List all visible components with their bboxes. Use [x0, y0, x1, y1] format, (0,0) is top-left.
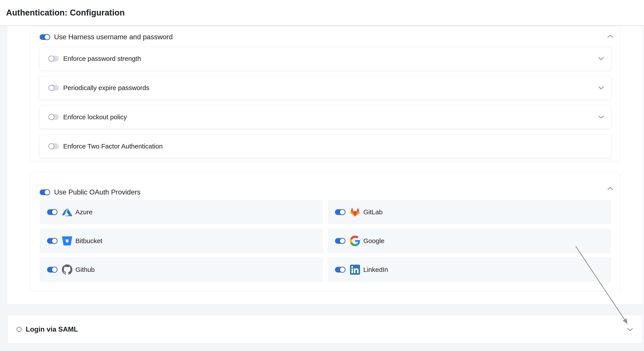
gitlab-toggle[interactable] — [335, 209, 345, 215]
github-toggle[interactable] — [47, 267, 57, 272]
section-harness-username-password: Use Harness username and password Enforc… — [30, 26, 620, 162]
login-via-saml-option: Login via SAML — [8, 315, 643, 344]
policy-rows: Enforce password strength Periodically e… — [40, 47, 611, 164]
toggle-knob — [44, 189, 50, 195]
policy-row-password-strength: Enforce password strength — [40, 47, 611, 70]
toggle-knob — [48, 143, 54, 149]
provider-row-bitbucket: Bitbucket — [40, 229, 323, 253]
provider-label: Google — [363, 237, 384, 244]
google-toggle[interactable] — [335, 238, 345, 244]
toggle-knob — [48, 114, 54, 120]
page-header: Authentication: Configuration — [0, 0, 644, 26]
policy-row-lockout-policy: Enforce lockout policy — [40, 105, 611, 129]
toggle-knob — [52, 209, 58, 215]
github-icon — [62, 264, 73, 275]
saml-expand-chevron-down-icon[interactable] — [627, 328, 633, 332]
auth-settings-panel: Use Harness username and password Enforc… — [8, 26, 643, 304]
enforce-two-factor-authentication-toggle[interactable] — [48, 144, 58, 149]
provider-row-google: Google — [328, 229, 611, 253]
toggle-knob — [52, 238, 58, 244]
toggle-knob — [48, 56, 54, 62]
linkedin-icon — [349, 264, 361, 275]
page-title: Authentication: Configuration — [6, 8, 125, 18]
provider-row-azure: Azure — [40, 200, 323, 224]
policy-row-two-factor-auth: Enforce Two Factor Authentication — [40, 134, 611, 158]
provider-label: GitLab — [363, 208, 382, 216]
policy-label: Enforce lockout policy — [63, 113, 127, 121]
expand-row-chevron-down-icon[interactable] — [598, 86, 604, 90]
provider-row-linkedin: LinkedIn — [328, 258, 611, 282]
provider-row-gitlab: GitLab — [328, 200, 611, 224]
gitlab-icon — [349, 206, 361, 218]
policy-row-expire-passwords: Periodically expire passwords — [40, 76, 611, 100]
toggle-knob — [52, 267, 58, 273]
policy-label: Enforce Two Factor Authentication — [63, 142, 162, 150]
saml-label: Login via SAML — [26, 325, 78, 333]
section-public-oauth-providers: Use Public OAuth Providers Azure — [30, 172, 620, 291]
expand-row-chevron-down-icon[interactable] — [598, 57, 604, 61]
enforce-password-strength-toggle[interactable] — [48, 56, 58, 62]
bitbucket-toggle[interactable] — [47, 238, 57, 244]
use-public-oauth-providers-toggle[interactable] — [40, 190, 50, 195]
azure-toggle[interactable] — [47, 209, 57, 215]
oauth-provider-grid: Azure GitLab — [40, 200, 611, 282]
collapse-section-chevron-up-icon[interactable] — [607, 34, 613, 38]
section-header: Use Harness username and password — [40, 33, 172, 41]
provider-label: Bitbucket — [76, 237, 102, 244]
section-title: Use Harness username and password — [54, 33, 172, 41]
provider-label: LinkedIn — [363, 266, 388, 274]
toggle-knob — [339, 267, 346, 273]
toggle-knob — [339, 209, 346, 215]
provider-label: Azure — [76, 208, 92, 216]
collapse-section-chevron-up-icon[interactable] — [607, 186, 613, 190]
expand-row-chevron-down-icon[interactable] — [598, 115, 604, 120]
policy-label: Periodically expire passwords — [63, 84, 149, 92]
toggle-knob — [44, 34, 50, 40]
toggle-knob — [339, 238, 346, 244]
enforce-lockout-policy-toggle[interactable] — [48, 114, 58, 120]
provider-row-github: Github — [40, 258, 323, 282]
section-title: Use Public OAuth Providers — [54, 188, 140, 196]
bitbucket-icon — [62, 235, 73, 246]
use-harness-username-password-toggle[interactable] — [40, 34, 50, 40]
toggle-knob — [48, 85, 54, 91]
provider-label: Github — [76, 266, 94, 274]
policy-label: Enforce password strength — [63, 55, 141, 62]
saml-radio-button[interactable] — [16, 327, 22, 332]
periodically-expire-passwords-toggle[interactable] — [48, 85, 58, 91]
linkedin-toggle[interactable] — [335, 267, 345, 272]
azure-icon — [62, 206, 73, 218]
section-header: Use Public OAuth Providers — [40, 188, 140, 196]
google-icon — [349, 235, 361, 246]
